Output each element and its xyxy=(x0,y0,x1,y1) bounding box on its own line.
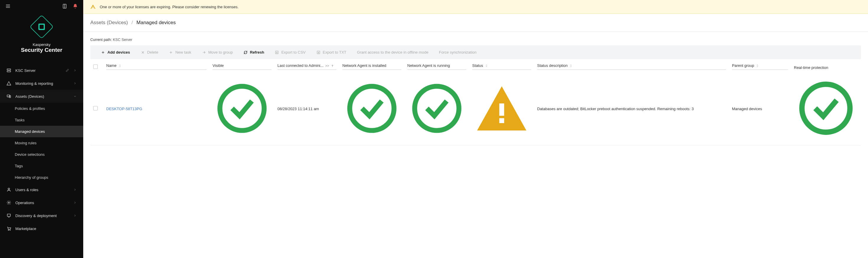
sidebar-item-tasks[interactable]: Tasks xyxy=(0,114,83,126)
col-status[interactable]: Status xyxy=(469,59,534,72)
new-task-button[interactable]: New task xyxy=(164,48,196,57)
device-name-link[interactable]: DESKTOP-58T13PG xyxy=(106,107,142,111)
col-agent-installed[interactable]: Network Agent is installed xyxy=(339,59,404,72)
sort-asc-icon xyxy=(331,64,334,67)
col-label: Status xyxy=(472,63,483,68)
sort-icon xyxy=(118,64,122,67)
sort-icon xyxy=(485,64,488,67)
sidebar-item-label: Users & roles xyxy=(16,188,69,192)
row-checkbox[interactable] xyxy=(93,106,98,110)
sidebar-item-discovery[interactable]: Discovery & deployment xyxy=(0,209,83,222)
col-last-connected[interactable]: Last connected to Admini... >> xyxy=(275,59,339,72)
sidebar-sub-assets: Policies & profiles Tasks Managed device… xyxy=(0,103,83,183)
force-sync-button[interactable]: Force synchronization xyxy=(434,48,481,57)
sidebar-item-label: Hierarchy of groups xyxy=(15,175,77,180)
refresh-button[interactable]: Refresh xyxy=(239,48,269,57)
refresh-icon xyxy=(244,50,248,54)
sidebar-top xyxy=(0,0,83,12)
sidebar-item-assets[interactable]: Assets (Devices) xyxy=(0,90,83,103)
sidebar-item-policies[interactable]: Policies & profiles xyxy=(0,103,83,114)
svg-point-23 xyxy=(220,86,264,131)
book-icon[interactable] xyxy=(62,4,67,9)
sidebar-item-label: Policies & profiles xyxy=(15,106,77,111)
plus-icon xyxy=(169,50,173,54)
devices-table-wrap: Name Visible Last connected to Admini...… xyxy=(83,59,868,146)
svg-point-14 xyxy=(10,230,10,230)
sidebar-item-label: Moving rules xyxy=(15,141,77,145)
select-all-checkbox[interactable] xyxy=(93,65,98,69)
table-header-row: Name Visible Last connected to Admini...… xyxy=(90,59,861,72)
sidebar-item-moving-rules[interactable]: Moving rules xyxy=(0,137,83,149)
sidebar-item-managed-devices[interactable]: Managed devices xyxy=(0,126,83,137)
delete-button[interactable]: Delete xyxy=(136,48,163,57)
check-circle-icon xyxy=(342,134,401,139)
cart-icon xyxy=(6,226,11,231)
sidebar-item-ksc-server[interactable]: KSC Server xyxy=(0,64,83,77)
export-txt-button[interactable]: Export to TXT xyxy=(312,48,351,57)
col-label: Parent group xyxy=(732,63,754,68)
chevron-right-icon xyxy=(73,69,77,72)
status-desc-value: Databases are outdated; BitLocker preboo… xyxy=(537,107,693,111)
svg-rect-5 xyxy=(7,69,11,70)
sidebar-item-tags[interactable]: Tags xyxy=(0,160,83,172)
sort-icon xyxy=(756,64,759,67)
grant-access-button[interactable]: Grant access to the device in offline mo… xyxy=(352,48,433,57)
table-body: DESKTOP-58T13PG 08/28/2023 11:14:11 am D… xyxy=(90,72,861,146)
sidebar-item-label: KSC Server xyxy=(16,68,61,73)
sidebar-item-hierarchy[interactable]: Hierarchy of groups xyxy=(0,172,83,183)
col-agent-running[interactable]: Network Agent is running xyxy=(404,59,469,72)
chevron-right-icon xyxy=(73,82,77,85)
warning-triangle-icon xyxy=(90,4,96,9)
warning-triangle-icon xyxy=(472,134,531,139)
edit-icon[interactable] xyxy=(65,69,69,72)
table-row[interactable]: DESKTOP-58T13PG 08/28/2023 11:14:11 am D… xyxy=(90,72,861,146)
move-to-group-button[interactable]: Move to group xyxy=(197,48,238,57)
button-label: Grant access to the device in offline mo… xyxy=(357,50,429,54)
export-csv-button[interactable]: Export to CSV xyxy=(270,48,310,57)
devices-table: Name Visible Last connected to Admini...… xyxy=(90,59,861,146)
brand-line1: Kaspersky xyxy=(33,42,51,47)
export-icon xyxy=(316,50,320,54)
sidebar-item-label: Marketplace xyxy=(16,226,77,231)
sidebar-item-label: Operations xyxy=(16,200,69,205)
check-circle-icon xyxy=(407,134,466,139)
col-visible[interactable]: Visible xyxy=(210,59,275,72)
menu-icon[interactable] xyxy=(5,4,11,9)
devices-icon xyxy=(6,94,11,99)
col-rtp[interactable]: Real-time protection xyxy=(791,59,861,72)
sidebar-item-monitoring[interactable]: Monitoring & reporting xyxy=(0,77,83,90)
path-value: KSC Server xyxy=(113,38,132,42)
breadcrumb-separator: / xyxy=(132,20,133,26)
button-label: Refresh xyxy=(250,50,264,54)
col-status-desc[interactable]: Status description xyxy=(534,59,729,72)
gear-icon xyxy=(6,200,11,205)
breadcrumb-parent[interactable]: Assets (Devices) xyxy=(90,20,128,26)
sidebar-nav: KSC Server Monitoring & reporting Assets… xyxy=(0,64,83,235)
parent-group-value: Managed devices xyxy=(732,107,762,111)
col-checkbox xyxy=(90,59,103,72)
check-circle-icon xyxy=(213,134,272,139)
chevron-right-icon xyxy=(73,214,77,217)
chevron-down-icon xyxy=(73,95,77,98)
col-name[interactable]: Name xyxy=(103,59,210,72)
bell-icon[interactable] xyxy=(72,4,78,9)
sidebar-item-operations[interactable]: Operations xyxy=(0,196,83,209)
warning-icon xyxy=(6,81,11,86)
svg-point-24 xyxy=(350,86,394,131)
server-icon xyxy=(6,68,11,73)
current-path: Current path: KSC Server xyxy=(83,32,868,45)
add-devices-button[interactable]: Add devices xyxy=(96,48,135,57)
col-label: Status description xyxy=(537,63,567,68)
svg-point-10 xyxy=(8,202,9,203)
sidebar-item-device-selections[interactable]: Device selections xyxy=(0,149,83,160)
sidebar-item-label: Tags xyxy=(15,164,77,168)
path-label: Current path: xyxy=(90,38,112,42)
button-label: Export to CSV xyxy=(281,50,306,54)
sidebar-item-label: Managed devices xyxy=(15,129,77,134)
sidebar-item-users[interactable]: Users & roles xyxy=(0,183,83,196)
col-parent-group[interactable]: Parent group xyxy=(729,59,791,72)
brand-line2: Security Center xyxy=(21,47,62,53)
sidebar-item-marketplace[interactable]: Marketplace xyxy=(0,222,83,235)
deploy-icon xyxy=(6,213,11,218)
button-label: New task xyxy=(175,50,191,54)
